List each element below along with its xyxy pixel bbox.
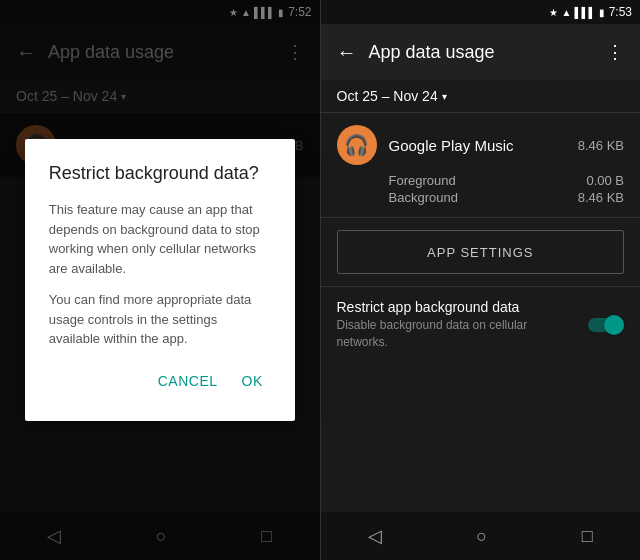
date-range-right: Oct 25 – Nov 24 <box>337 88 438 104</box>
nav-back-right[interactable]: ◁ <box>360 517 390 555</box>
foreground-value: 0.00 B <box>586 173 624 188</box>
dialog-actions: CANCEL OK <box>49 365 271 397</box>
nav-bar-right: ◁ ○ □ <box>321 512 641 560</box>
right-panel: ★ ▲ ▌▌▌ ▮ 7:53 ← App data usage ⋮ Oct 25… <box>321 0 641 560</box>
app-settings-label: APP SETTINGS <box>427 245 533 260</box>
app-detail-sub: Foreground 0.00 B Background 8.46 KB <box>337 173 625 205</box>
dialog-body-p2: You can find more appropriate data usage… <box>49 290 271 349</box>
left-panel: ★ ▲ ▌▌▌ ▮ 7:52 ← App data usage ⋮ Oct 25… <box>0 0 320 560</box>
app-detail: 🎧 Google Play Music 8.46 KB Foreground 0… <box>321 113 641 218</box>
toggle-thumb <box>604 315 624 335</box>
battery-icon-right: ▮ <box>599 7 605 18</box>
dialog-overlay: Restrict background data? This feature m… <box>0 0 320 560</box>
background-label: Background <box>389 190 458 205</box>
foreground-row: Foreground 0.00 B <box>389 173 625 188</box>
background-row: Background 8.46 KB <box>389 190 625 205</box>
bluetooth-icon-right: ★ <box>549 7 558 18</box>
date-dropdown-icon-right: ▾ <box>442 91 447 102</box>
restrict-toggle[interactable] <box>588 315 624 335</box>
status-bar-right: ★ ▲ ▌▌▌ ▮ 7:53 <box>321 0 641 24</box>
app-detail-name: Google Play Music <box>389 137 566 154</box>
dialog: Restrict background data? This feature m… <box>25 139 295 421</box>
foreground-label: Foreground <box>389 173 456 188</box>
app-detail-header: 🎧 Google Play Music 8.46 KB <box>337 125 625 165</box>
app-icon-right: 🎧 <box>337 125 377 165</box>
restrict-text: Restrict app background data Disable bac… <box>337 299 577 351</box>
nav-recents-right[interactable]: □ <box>574 518 601 555</box>
headphones-icon-right: 🎧 <box>344 133 369 157</box>
dialog-body-p1: This feature may cause an app that depen… <box>49 200 271 278</box>
restrict-title: Restrict app background data <box>337 299 577 315</box>
background-value: 8.46 KB <box>578 190 624 205</box>
dialog-body: This feature may cause an app that depen… <box>49 200 271 349</box>
cancel-button[interactable]: CANCEL <box>150 365 226 397</box>
wifi-icon-right: ▲ <box>561 7 571 18</box>
back-button-right[interactable]: ← <box>337 41 357 64</box>
restrict-row: Restrict app background data Disable bac… <box>321 286 641 363</box>
dialog-title: Restrict background data? <box>49 163 271 184</box>
app-detail-total: 8.46 KB <box>578 138 624 153</box>
app-bar-right: ← App data usage ⋮ <box>321 24 641 80</box>
app-settings-button[interactable]: APP SETTINGS <box>337 230 625 274</box>
date-filter-right[interactable]: Oct 25 – Nov 24 ▾ <box>321 80 641 113</box>
nav-home-right[interactable]: ○ <box>468 518 495 555</box>
signal-icon-right: ▌▌▌ <box>574 7 595 18</box>
app-bar-title-right: App data usage <box>369 42 595 63</box>
status-icons-right: ★ ▲ ▌▌▌ ▮ <box>549 7 604 18</box>
status-time-right: 7:53 <box>609 5 632 19</box>
ok-button[interactable]: OK <box>234 365 271 397</box>
more-button-right[interactable]: ⋮ <box>606 41 624 63</box>
restrict-subtitle: Disable background data on cellular netw… <box>337 317 577 351</box>
